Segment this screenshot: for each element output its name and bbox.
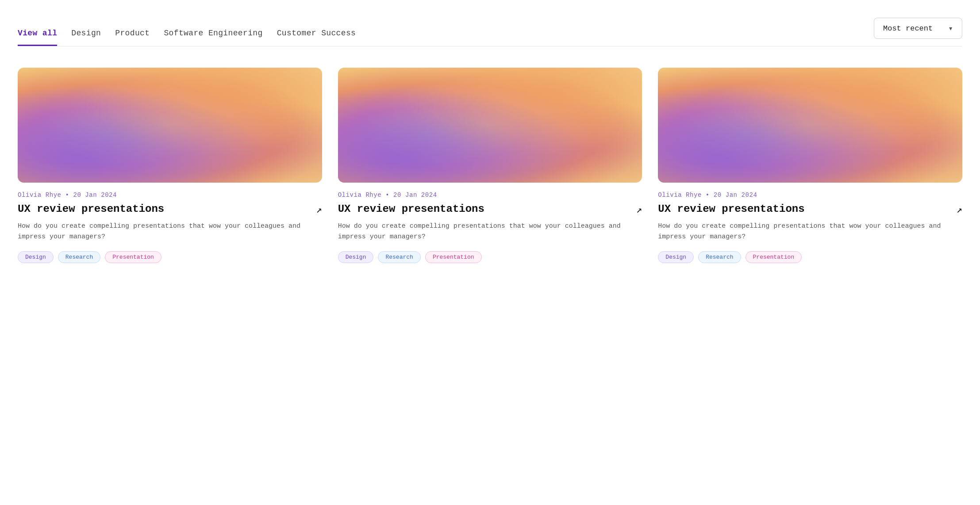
card-description: How do you create compelling presentatio… (658, 221, 962, 242)
card-title-row: UX review presentations↗ (338, 203, 642, 216)
card-meta: Olivia Rhye • 20 Jan 2024 (338, 191, 642, 199)
card-title: UX review presentations (18, 203, 311, 216)
nav-tab-view-all[interactable]: View all (18, 29, 57, 46)
card[interactable]: Olivia Rhye • 20 Jan 2024UX review prese… (658, 68, 962, 263)
tag-research[interactable]: Research (58, 251, 100, 263)
tag-presentation[interactable]: Presentation (746, 251, 802, 263)
card-tags: DesignResearchPresentation (658, 251, 962, 263)
card-meta: Olivia Rhye • 20 Jan 2024 (658, 191, 962, 199)
card-description: How do you create compelling presentatio… (18, 221, 322, 242)
card-image (18, 68, 322, 183)
nav-tab-design[interactable]: Design (71, 29, 101, 46)
card-title: UX review presentations (658, 203, 951, 216)
card-meta: Olivia Rhye • 20 Jan 2024 (18, 191, 322, 199)
card[interactable]: Olivia Rhye • 20 Jan 2024UX review prese… (338, 68, 642, 263)
tag-research[interactable]: Research (378, 251, 420, 263)
sort-label: Most recent (883, 24, 933, 33)
nav-tab-product[interactable]: Product (115, 29, 150, 46)
nav-tab-software-engineering[interactable]: Software Engineering (164, 29, 262, 46)
tag-design[interactable]: Design (658, 251, 694, 263)
sort-dropdown[interactable]: Most recent ▾ (874, 18, 962, 39)
chevron-down-icon: ▾ (948, 23, 953, 33)
tag-presentation[interactable]: Presentation (425, 251, 482, 263)
tag-design[interactable]: Design (18, 251, 54, 263)
tag-presentation[interactable]: Presentation (105, 251, 161, 263)
tag-design[interactable]: Design (338, 251, 374, 263)
nav-tab-customer-success[interactable]: Customer Success (277, 29, 356, 46)
card-title: UX review presentations (338, 203, 631, 216)
card-image (658, 68, 962, 183)
external-link-icon[interactable]: ↗ (316, 204, 322, 216)
tag-research[interactable]: Research (698, 251, 741, 263)
card-title-row: UX review presentations↗ (18, 203, 322, 216)
card[interactable]: Olivia Rhye • 20 Jan 2024UX review prese… (18, 68, 322, 263)
external-link-icon[interactable]: ↗ (957, 204, 962, 216)
card-tags: DesignResearchPresentation (18, 251, 322, 263)
cards-grid: Olivia Rhye • 20 Jan 2024UX review prese… (18, 68, 962, 263)
card-title-row: UX review presentations↗ (658, 203, 962, 216)
card-image (338, 68, 642, 183)
external-link-icon[interactable]: ↗ (636, 204, 642, 216)
nav-tabs: View allDesignProductSoftware Engineerin… (18, 29, 356, 46)
nav-bar: View allDesignProductSoftware Engineerin… (18, 18, 962, 46)
card-description: How do you create compelling presentatio… (338, 221, 642, 242)
card-tags: DesignResearchPresentation (338, 251, 642, 263)
